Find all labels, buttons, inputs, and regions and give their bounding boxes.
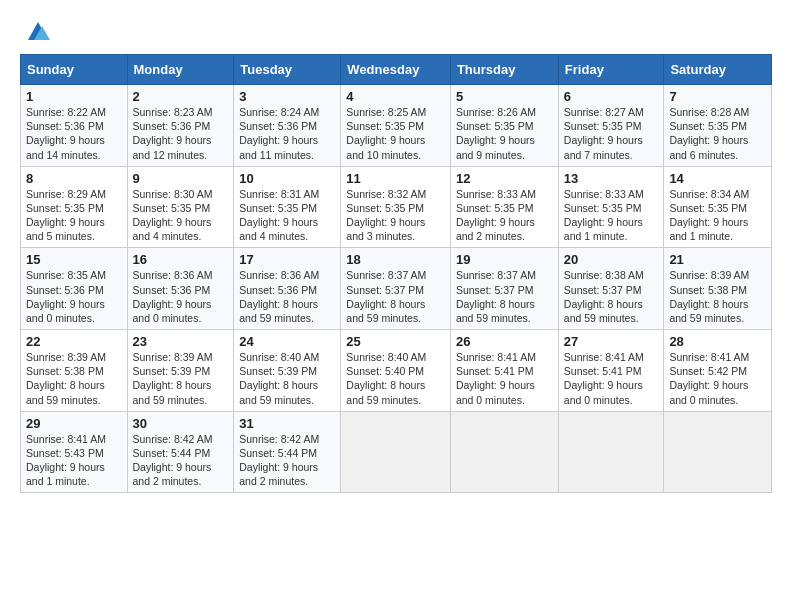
week-row-5: 29Sunrise: 8:41 AM Sunset: 5:43 PM Dayli…: [21, 411, 772, 493]
day-number: 5: [456, 89, 553, 104]
day-info: Sunrise: 8:23 AM Sunset: 5:36 PM Dayligh…: [133, 105, 229, 162]
day-number: 23: [133, 334, 229, 349]
day-number: 1: [26, 89, 122, 104]
day-info: Sunrise: 8:33 AM Sunset: 5:35 PM Dayligh…: [456, 187, 553, 244]
calendar-cell: 21Sunrise: 8:39 AM Sunset: 5:38 PM Dayli…: [664, 248, 772, 330]
calendar-cell: 27Sunrise: 8:41 AM Sunset: 5:41 PM Dayli…: [558, 330, 664, 412]
calendar-cell: 30Sunrise: 8:42 AM Sunset: 5:44 PM Dayli…: [127, 411, 234, 493]
day-number: 15: [26, 252, 122, 267]
calendar-cell: 7Sunrise: 8:28 AM Sunset: 5:35 PM Daylig…: [664, 85, 772, 167]
week-row-1: 1Sunrise: 8:22 AM Sunset: 5:36 PM Daylig…: [21, 85, 772, 167]
day-number: 25: [346, 334, 445, 349]
day-info: Sunrise: 8:36 AM Sunset: 5:36 PM Dayligh…: [239, 268, 335, 325]
calendar-cell: 28Sunrise: 8:41 AM Sunset: 5:42 PM Dayli…: [664, 330, 772, 412]
day-number: 18: [346, 252, 445, 267]
calendar-cell: 18Sunrise: 8:37 AM Sunset: 5:37 PM Dayli…: [341, 248, 451, 330]
day-info: Sunrise: 8:40 AM Sunset: 5:40 PM Dayligh…: [346, 350, 445, 407]
calendar-cell: 19Sunrise: 8:37 AM Sunset: 5:37 PM Dayli…: [450, 248, 558, 330]
calendar-cell: 26Sunrise: 8:41 AM Sunset: 5:41 PM Dayli…: [450, 330, 558, 412]
day-info: Sunrise: 8:41 AM Sunset: 5:41 PM Dayligh…: [456, 350, 553, 407]
day-number: 13: [564, 171, 659, 186]
day-info: Sunrise: 8:36 AM Sunset: 5:36 PM Dayligh…: [133, 268, 229, 325]
day-number: 28: [669, 334, 766, 349]
day-info: Sunrise: 8:34 AM Sunset: 5:35 PM Dayligh…: [669, 187, 766, 244]
day-header-monday: Monday: [127, 55, 234, 85]
calendar-cell: [664, 411, 772, 493]
day-header-friday: Friday: [558, 55, 664, 85]
calendar-cell: 4Sunrise: 8:25 AM Sunset: 5:35 PM Daylig…: [341, 85, 451, 167]
day-number: 27: [564, 334, 659, 349]
calendar-cell: 1Sunrise: 8:22 AM Sunset: 5:36 PM Daylig…: [21, 85, 128, 167]
day-info: Sunrise: 8:41 AM Sunset: 5:42 PM Dayligh…: [669, 350, 766, 407]
day-info: Sunrise: 8:40 AM Sunset: 5:39 PM Dayligh…: [239, 350, 335, 407]
calendar-cell: 20Sunrise: 8:38 AM Sunset: 5:37 PM Dayli…: [558, 248, 664, 330]
calendar-cell: 31Sunrise: 8:42 AM Sunset: 5:44 PM Dayli…: [234, 411, 341, 493]
calendar-cell: [558, 411, 664, 493]
page: SundayMondayTuesdayWednesdayThursdayFrid…: [0, 0, 792, 505]
day-info: Sunrise: 8:31 AM Sunset: 5:35 PM Dayligh…: [239, 187, 335, 244]
day-header-sunday: Sunday: [21, 55, 128, 85]
calendar-cell: 15Sunrise: 8:35 AM Sunset: 5:36 PM Dayli…: [21, 248, 128, 330]
day-number: 31: [239, 416, 335, 431]
calendar-cell: 12Sunrise: 8:33 AM Sunset: 5:35 PM Dayli…: [450, 166, 558, 248]
calendar-cell: 9Sunrise: 8:30 AM Sunset: 5:35 PM Daylig…: [127, 166, 234, 248]
calendar-cell: 14Sunrise: 8:34 AM Sunset: 5:35 PM Dayli…: [664, 166, 772, 248]
day-number: 22: [26, 334, 122, 349]
day-number: 17: [239, 252, 335, 267]
day-header-thursday: Thursday: [450, 55, 558, 85]
calendar-cell: 16Sunrise: 8:36 AM Sunset: 5:36 PM Dayli…: [127, 248, 234, 330]
day-number: 3: [239, 89, 335, 104]
calendar-cell: 11Sunrise: 8:32 AM Sunset: 5:35 PM Dayli…: [341, 166, 451, 248]
calendar-cell: 24Sunrise: 8:40 AM Sunset: 5:39 PM Dayli…: [234, 330, 341, 412]
day-info: Sunrise: 8:37 AM Sunset: 5:37 PM Dayligh…: [346, 268, 445, 325]
logo-icon: [24, 16, 52, 44]
day-info: Sunrise: 8:27 AM Sunset: 5:35 PM Dayligh…: [564, 105, 659, 162]
calendar: SundayMondayTuesdayWednesdayThursdayFrid…: [20, 54, 772, 493]
day-info: Sunrise: 8:35 AM Sunset: 5:36 PM Dayligh…: [26, 268, 122, 325]
header-row: SundayMondayTuesdayWednesdayThursdayFrid…: [21, 55, 772, 85]
calendar-cell: 23Sunrise: 8:39 AM Sunset: 5:39 PM Dayli…: [127, 330, 234, 412]
day-number: 19: [456, 252, 553, 267]
header: [20, 16, 772, 44]
day-info: Sunrise: 8:39 AM Sunset: 5:38 PM Dayligh…: [669, 268, 766, 325]
day-number: 24: [239, 334, 335, 349]
calendar-header: SundayMondayTuesdayWednesdayThursdayFrid…: [21, 55, 772, 85]
calendar-cell: 25Sunrise: 8:40 AM Sunset: 5:40 PM Dayli…: [341, 330, 451, 412]
calendar-cell: 22Sunrise: 8:39 AM Sunset: 5:38 PM Dayli…: [21, 330, 128, 412]
day-info: Sunrise: 8:41 AM Sunset: 5:41 PM Dayligh…: [564, 350, 659, 407]
day-info: Sunrise: 8:22 AM Sunset: 5:36 PM Dayligh…: [26, 105, 122, 162]
calendar-body: 1Sunrise: 8:22 AM Sunset: 5:36 PM Daylig…: [21, 85, 772, 493]
day-info: Sunrise: 8:42 AM Sunset: 5:44 PM Dayligh…: [133, 432, 229, 489]
day-info: Sunrise: 8:39 AM Sunset: 5:39 PM Dayligh…: [133, 350, 229, 407]
day-number: 30: [133, 416, 229, 431]
calendar-cell: 3Sunrise: 8:24 AM Sunset: 5:36 PM Daylig…: [234, 85, 341, 167]
day-number: 11: [346, 171, 445, 186]
calendar-cell: 10Sunrise: 8:31 AM Sunset: 5:35 PM Dayli…: [234, 166, 341, 248]
day-number: 12: [456, 171, 553, 186]
calendar-cell: 6Sunrise: 8:27 AM Sunset: 5:35 PM Daylig…: [558, 85, 664, 167]
week-row-2: 8Sunrise: 8:29 AM Sunset: 5:35 PM Daylig…: [21, 166, 772, 248]
day-number: 2: [133, 89, 229, 104]
calendar-cell: 8Sunrise: 8:29 AM Sunset: 5:35 PM Daylig…: [21, 166, 128, 248]
day-number: 10: [239, 171, 335, 186]
day-info: Sunrise: 8:33 AM Sunset: 5:35 PM Dayligh…: [564, 187, 659, 244]
calendar-cell: 13Sunrise: 8:33 AM Sunset: 5:35 PM Dayli…: [558, 166, 664, 248]
day-number: 29: [26, 416, 122, 431]
day-header-saturday: Saturday: [664, 55, 772, 85]
calendar-cell: 5Sunrise: 8:26 AM Sunset: 5:35 PM Daylig…: [450, 85, 558, 167]
logo: [20, 16, 52, 44]
day-number: 6: [564, 89, 659, 104]
day-number: 26: [456, 334, 553, 349]
day-number: 7: [669, 89, 766, 104]
calendar-cell: 29Sunrise: 8:41 AM Sunset: 5:43 PM Dayli…: [21, 411, 128, 493]
day-info: Sunrise: 8:32 AM Sunset: 5:35 PM Dayligh…: [346, 187, 445, 244]
calendar-cell: 17Sunrise: 8:36 AM Sunset: 5:36 PM Dayli…: [234, 248, 341, 330]
day-header-tuesday: Tuesday: [234, 55, 341, 85]
day-info: Sunrise: 8:25 AM Sunset: 5:35 PM Dayligh…: [346, 105, 445, 162]
day-number: 20: [564, 252, 659, 267]
calendar-cell: 2Sunrise: 8:23 AM Sunset: 5:36 PM Daylig…: [127, 85, 234, 167]
day-number: 8: [26, 171, 122, 186]
day-number: 4: [346, 89, 445, 104]
day-info: Sunrise: 8:38 AM Sunset: 5:37 PM Dayligh…: [564, 268, 659, 325]
day-info: Sunrise: 8:29 AM Sunset: 5:35 PM Dayligh…: [26, 187, 122, 244]
